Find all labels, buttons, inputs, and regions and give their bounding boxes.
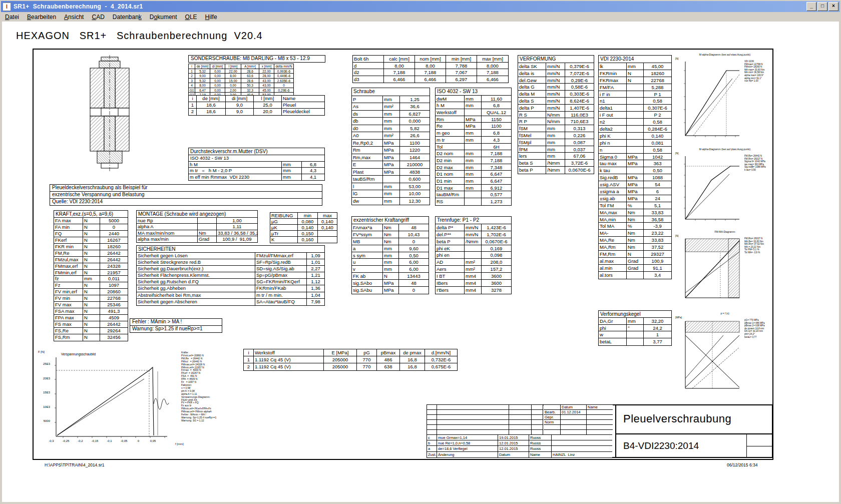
table-cell: 45,00 xyxy=(259,88,274,93)
table-cell: MA,max xyxy=(599,209,627,216)
table-row: phi n0,081 xyxy=(599,140,671,147)
table-cell: mm xyxy=(465,137,482,143)
table-row: Zust.ÄnderungDatumNameHAINZL Linz xyxy=(427,452,612,457)
table-header-row: ide [mm]di [mm]l [mm]Name xyxy=(189,96,324,102)
table-cell: mm/N xyxy=(546,84,565,90)
vdi2230-title: VDI 2230-2014 xyxy=(599,56,671,63)
menu-item-datenbank[interactable]: Datenbank xyxy=(109,13,146,21)
table-cell xyxy=(627,105,644,111)
chart-plot xyxy=(680,237,741,304)
trennfuge-table: Trennfuge: P1 - P2 delta P*mm/N1,423E-6d… xyxy=(435,216,512,294)
table-cell: 8,624E-6 xyxy=(565,98,594,104)
table-cell: 12.01.2015 xyxy=(498,446,529,451)
table-cell: 8,00 xyxy=(195,83,210,88)
table-row: phi°24,2 xyxy=(599,325,671,332)
table-row: D1 minmm6,647 xyxy=(436,178,511,185)
table-cell: 3,72E-6 xyxy=(565,160,594,166)
table-cell: ±sig.ASV xyxy=(599,181,627,188)
table-cell xyxy=(627,147,644,153)
titleblock-empty-grid xyxy=(427,405,543,435)
chart-legend: VDI 2230FMmax= 22768 NFMmin= 18260 NMA m… xyxy=(744,60,773,83)
close-button[interactable]: × xyxy=(828,2,838,11)
table-cell: Grad xyxy=(627,265,644,271)
table-row: lmm53,00 xyxy=(352,183,430,191)
table-row: FMzul,maxN26442 xyxy=(54,257,128,263)
table-row: beta P/Nmm0,0670E-6 xyxy=(518,167,594,174)
table-cell: 0,00 xyxy=(210,88,225,93)
table-cell: del.Gew xyxy=(518,77,546,84)
table-cell xyxy=(552,446,612,451)
table-cell: 0,307E-6 xyxy=(644,105,671,111)
menu-item-cad[interactable]: CAD xyxy=(88,13,108,21)
table-cell: 363 xyxy=(644,160,671,167)
column-header: de pmax xyxy=(400,349,425,356)
table-cell: Datum xyxy=(561,405,587,409)
table-cell: 1 xyxy=(189,69,195,74)
table-cell: 1,423E-6 xyxy=(482,224,511,231)
table-cell: 1.1192 Cq 45 (V) xyxy=(254,356,324,363)
table-row: D1 nommm6,647 xyxy=(436,171,511,178)
table-cell: 1,04 xyxy=(307,292,324,298)
table-cell: mm xyxy=(465,102,482,109)
table-cell: MPa xyxy=(383,154,400,161)
minimize-button[interactable]: _ xyxy=(806,2,816,11)
bolt-drawing xyxy=(86,55,136,174)
table-cell: 18260 xyxy=(644,70,671,77)
menu-item-hilfe[interactable]: Hilfe xyxy=(201,13,221,21)
table-cell: 18,6 xyxy=(197,102,226,108)
table-cell: nue Rp xyxy=(137,218,198,223)
text-line: k tau= 0,50 xyxy=(744,169,773,172)
table-cell: 25,0 xyxy=(254,102,282,108)
table-cell: 1097 xyxy=(100,282,128,288)
table-cell: 7,788 xyxy=(446,63,477,69)
table-row: RmMPa1150 xyxy=(436,116,511,123)
table-cell xyxy=(509,420,532,424)
table-cell: 32456 xyxy=(100,334,128,341)
dsv-subtitle: ISO 4032 - SW 13 xyxy=(189,155,324,162)
verformungskegel-table: Verformungskegel DA,Grmm32,20phi°24,2w1b… xyxy=(598,310,672,346)
y-axis-unit: [N] xyxy=(675,152,678,155)
table-cell xyxy=(437,405,509,409)
table-cell: 22768 xyxy=(100,295,128,301)
table-row: ±sigma aMPa6 xyxy=(599,188,671,195)
table-cell: 0,0670E-6 xyxy=(482,238,511,245)
text-line: 0 xyxy=(131,439,146,442)
table-cell: mm xyxy=(282,162,302,167)
table-cell: FKRmin/FKab xyxy=(255,285,307,291)
table-cell: 29264 xyxy=(100,328,128,334)
table-cell: N xyxy=(83,321,100,327)
menu-item-ansicht[interactable]: Ansicht xyxy=(60,13,88,21)
maximize-button[interactable]: □ xyxy=(817,2,827,11)
table-cell: 6,00 xyxy=(399,259,429,265)
title-bar[interactable]: I SR1+ Schraubenberechnung - 4_2014.sr1 … xyxy=(1,1,840,12)
table-cell: 0,732E-6 xyxy=(425,356,457,363)
table-cell: MPa xyxy=(383,140,400,147)
menu-item-bearbeiten[interactable]: Bearbeiten xyxy=(23,13,60,21)
table-cell xyxy=(552,440,612,445)
column-header: di [mm] xyxy=(210,64,225,69)
table-row: d27,1887,1887,0677,188 xyxy=(353,69,508,76)
table-cell: 32,3 xyxy=(241,88,259,93)
menu-item-dokument[interactable]: Dokument xyxy=(146,13,181,21)
table-cell: 0,140 xyxy=(318,219,337,224)
table-row: lersmm67,06 xyxy=(518,153,594,160)
table-cell: D2 nom xyxy=(436,150,465,157)
table-row: d8,008,007,7888,000 xyxy=(353,63,508,70)
table-row: Asmm²36,6 xyxy=(352,103,430,111)
menu-item-ole[interactable]: OLE xyxy=(181,13,201,21)
verformungskegel-title: Verformungskegel xyxy=(599,311,671,318)
table-row: beta S/Nmm3,72E-6 xyxy=(518,160,594,167)
menu-item-datei[interactable]: Datei xyxy=(1,13,23,21)
table-cell: mm xyxy=(282,174,302,180)
table-cell: 100,9 xyxy=(644,258,671,264)
table-cell: 33,83 xyxy=(644,237,671,243)
table-cell: Nm xyxy=(627,244,644,250)
table-cell: FKerf xyxy=(54,237,83,243)
table-row: d36,4666,4666,2976,466 xyxy=(353,76,508,83)
table-cell: tauBS/Rm xyxy=(352,176,383,183)
table-cell: FMmin,erf xyxy=(54,270,83,276)
table-row: FzN1097 xyxy=(54,282,128,289)
table-row: ±sig.ASVMPa54 xyxy=(599,181,671,188)
table-cell: v xyxy=(352,266,383,272)
table-cell: MPa xyxy=(627,174,644,181)
